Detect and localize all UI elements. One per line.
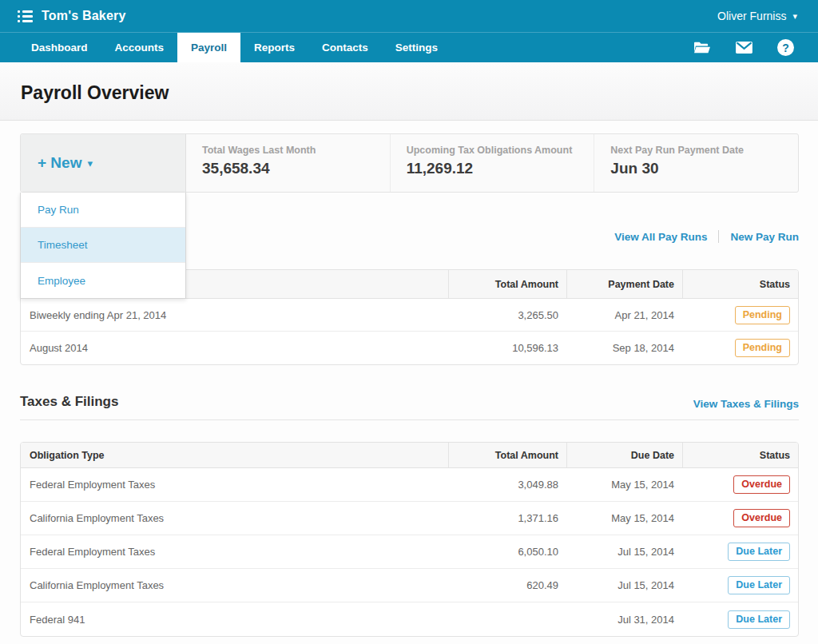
card-value: 11,269.12 [407, 160, 594, 177]
user-menu[interactable]: Oliver Furniss ▾ [717, 10, 797, 22]
link-divider [718, 230, 719, 243]
obligation-due-date: May 15, 2014 [566, 512, 682, 524]
obligation-amount: 1,371.16 [448, 512, 566, 524]
page-header: Payroll Overview [0, 62, 818, 121]
obligation-amount: 6,050.10 [448, 546, 566, 558]
card-upcoming-tax: Upcoming Tax Obligations Amount 11,269.1… [391, 134, 595, 192]
card-label: Next Pay Run Payment Date [610, 145, 798, 156]
card-value: Jun 30 [610, 160, 798, 177]
chevron-down-icon: ▾ [792, 12, 797, 21]
column-header-total-amount: Total Amount [448, 443, 566, 467]
menu-item-pay-run[interactable]: Pay Run [21, 193, 185, 228]
table-row[interactable]: Biweekly ending Apr 21, 2014 3,265.50 Ap… [21, 299, 798, 332]
status-badge: Pending [735, 306, 790, 324]
pay-run-name: August 2014 [21, 342, 448, 354]
obligation-type: California Employment Taxes [21, 579, 448, 591]
top-bar: Tom's Bakery Oliver Furniss ▾ [0, 0, 818, 32]
obligation-due-date: Jul 15, 2014 [566, 546, 682, 558]
obligation-type: California Employment Taxes [21, 512, 448, 524]
tab-accounts[interactable]: Accounts [101, 33, 178, 62]
tab-dashboard[interactable]: Dashboard [18, 33, 101, 62]
card-value: 35,658.34 [202, 160, 390, 177]
status-badge: Overdue [733, 475, 790, 494]
obligation-type: Federal Employment Taxes [21, 479, 448, 491]
column-header-status: Status [682, 443, 798, 467]
status-badge: Pending [735, 339, 790, 357]
card-label: Upcoming Tax Obligations Amount [407, 145, 594, 156]
status-badge: Due Later [728, 610, 790, 629]
obligation-due-date: Jul 31, 2014 [566, 614, 682, 626]
new-button[interactable]: + New ▾ [21, 134, 186, 192]
table-row[interactable]: Federal Employment Taxes 6,050.10 Jul 15… [21, 535, 798, 569]
nav-utility-icons: ? [693, 33, 794, 62]
tab-payroll[interactable]: Payroll [177, 33, 240, 62]
company-name[interactable]: Tom's Bakery [42, 9, 126, 23]
table-row[interactable]: California Employment Taxes 1,371.16 May… [21, 502, 798, 535]
card-total-wages: Total Wages Last Month 35,658.34 [186, 134, 391, 192]
page-title: Payroll Overview [21, 81, 797, 104]
column-header-obligation-type: Obligation Type [21, 443, 448, 467]
obligation-amount: 3,049.88 [448, 479, 566, 491]
main-nav: Dashboard Accounts Payroll Reports Conta… [0, 32, 818, 62]
obligation-amount: 620.49 [448, 579, 566, 591]
table-row[interactable]: California Employment Taxes 620.49 Jul 1… [21, 569, 798, 602]
help-icon[interactable]: ? [777, 39, 794, 56]
view-all-pay-runs-link[interactable]: View All Pay Runs [614, 231, 707, 243]
pay-run-name: Biweekly ending Apr 21, 2014 [21, 309, 448, 321]
status-badge: Due Later [728, 543, 790, 561]
obligation-due-date: Jul 15, 2014 [566, 579, 682, 591]
pay-run-date: Sep 18, 2014 [566, 342, 682, 354]
column-header-payment-date: Payment Date [566, 270, 682, 298]
status-badge: Due Later [728, 576, 790, 594]
pay-run-amount: 3,265.50 [448, 309, 566, 321]
menu-item-employee[interactable]: Employee [21, 263, 185, 298]
new-pay-run-link[interactable]: New Pay Run [730, 231, 799, 243]
user-name: Oliver Furniss [717, 10, 786, 22]
nav-tabs: Dashboard Accounts Payroll Reports Conta… [18, 33, 451, 62]
organisation-list-icon [18, 10, 33, 22]
card-label: Total Wages Last Month [202, 145, 390, 156]
files-folder-icon[interactable] [693, 40, 711, 55]
taxes-heading: Taxes & Filings [20, 394, 118, 410]
summary-cards: + New ▾ Total Wages Last Month 35,658.34… [20, 133, 799, 193]
tab-contacts[interactable]: Contacts [308, 33, 382, 62]
menu-item-timesheet[interactable]: Timesheet [21, 228, 185, 263]
new-menu-dropdown: Pay Run Timesheet Employee [20, 193, 186, 299]
card-next-pay-run: Next Pay Run Payment Date Jun 30 [594, 134, 798, 192]
mail-icon[interactable] [735, 41, 753, 54]
chevron-down-icon: ▾ [87, 158, 93, 169]
page-content: + New ▾ Total Wages Last Month 35,658.34… [0, 121, 818, 637]
obligation-type: Federal Employment Taxes [21, 546, 448, 558]
obligation-type: Federal 941 [21, 614, 448, 626]
view-taxes-filings-link[interactable]: View Taxes & Filings [693, 398, 799, 410]
pay-run-amount: 10,596.13 [448, 342, 566, 354]
taxes-table: Obligation Type Total Amount Due Date St… [20, 442, 799, 637]
organisation-menu[interactable]: Tom's Bakery [18, 9, 126, 23]
column-header-total-amount: Total Amount [448, 270, 566, 298]
table-row[interactable]: Federal Employment Taxes 3,049.88 May 15… [21, 468, 798, 502]
obligation-due-date: May 15, 2014 [566, 479, 682, 491]
tab-settings[interactable]: Settings [382, 33, 451, 62]
column-header-status: Status [682, 270, 798, 298]
taxes-table-header: Obligation Type Total Amount Due Date St… [21, 443, 798, 468]
status-badge: Overdue [733, 509, 790, 527]
column-header-due-date: Due Date [566, 443, 682, 467]
taxes-section-header: Taxes & Filings View Taxes & Filings [20, 394, 799, 420]
tab-reports[interactable]: Reports [240, 33, 308, 62]
pay-run-date: Apr 21, 2014 [566, 309, 682, 321]
app-root: Tom's Bakery Oliver Furniss ▾ Dashboard … [0, 0, 818, 637]
table-row[interactable]: Federal 941 Jul 31, 2014 Due Later [21, 602, 798, 636]
table-row[interactable]: August 2014 10,596.13 Sep 18, 2014 Pendi… [21, 332, 798, 364]
new-button-label: + New [38, 154, 81, 172]
